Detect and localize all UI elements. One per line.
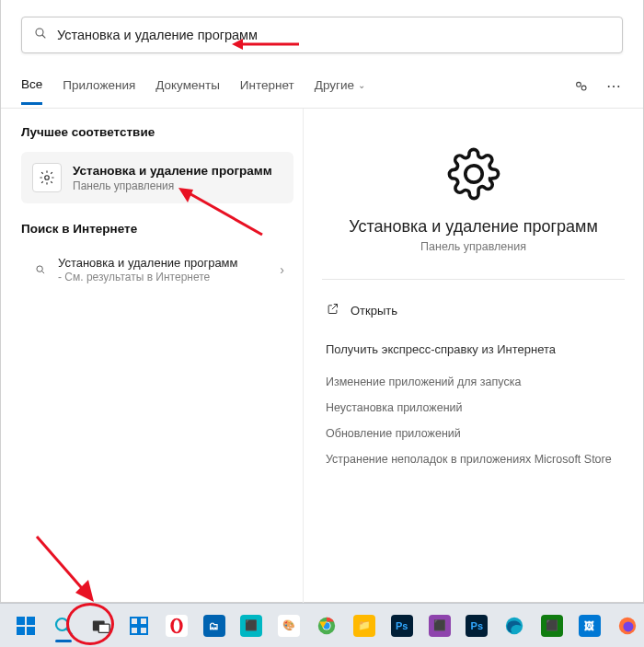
start-button[interactable] xyxy=(9,607,43,644)
chevron-right-icon: › xyxy=(280,262,284,277)
web-search-header: Поиск в Интернете xyxy=(21,222,293,236)
taskbar-app-opera[interactable] xyxy=(159,607,193,644)
detail-title: Установка и удаление программ xyxy=(326,217,621,237)
gear-icon xyxy=(32,163,62,192)
task-view-button[interactable] xyxy=(85,607,119,644)
svg-point-32 xyxy=(623,621,633,631)
tab-all[interactable]: Все xyxy=(21,77,42,105)
detail-pane: Установка и удаление программ Панель упр… xyxy=(303,109,643,609)
more-icon[interactable]: ⋯ xyxy=(606,78,623,95)
svg-rect-23 xyxy=(131,627,138,634)
help-header: Получить экспресс-справку из Интернета xyxy=(326,342,621,356)
taskbar-app[interactable]: ⬛ xyxy=(235,607,269,644)
search-icon xyxy=(33,26,48,44)
tab-more[interactable]: Другие ⌄ xyxy=(315,78,365,103)
svg-point-3 xyxy=(581,86,586,90)
best-match-header: Лучшее соответствие xyxy=(21,125,293,139)
open-external-icon xyxy=(326,302,339,318)
svg-rect-16 xyxy=(27,627,35,635)
open-label: Открыть xyxy=(351,304,397,318)
svg-rect-24 xyxy=(140,627,147,634)
taskbar-app-firefox[interactable] xyxy=(610,607,644,644)
search-box[interactable] xyxy=(21,17,623,53)
taskbar-app-chrome[interactable] xyxy=(310,607,344,644)
tabs-row: Все Приложения Документы Интернет Другие… xyxy=(1,61,643,109)
taskbar: 🗂 ⬛ 🎨 📁 Ps ⬛ Ps ⬛ 🖼 xyxy=(0,603,644,647)
web-result-item[interactable]: Установка и удаление программ - См. резу… xyxy=(21,248,293,291)
web-result-subtitle: - См. результаты в Интернете xyxy=(58,271,280,283)
chevron-down-icon: ⌄ xyxy=(358,80,365,90)
best-match-subtitle: Панель управления xyxy=(73,179,272,192)
open-action[interactable]: Открыть xyxy=(326,296,621,324)
options-icon[interactable] xyxy=(573,78,590,95)
svg-rect-13 xyxy=(17,617,25,625)
divider xyxy=(322,279,625,280)
svg-point-0 xyxy=(36,29,43,36)
svg-rect-20 xyxy=(98,624,109,632)
gear-icon xyxy=(326,147,621,201)
taskbar-app-photoshop[interactable]: Ps xyxy=(460,607,494,644)
svg-line-1 xyxy=(42,35,45,38)
svg-point-4 xyxy=(45,176,50,180)
taskbar-app-edge[interactable] xyxy=(498,607,532,644)
taskbar-app[interactable]: 🗂 xyxy=(197,607,231,644)
search-icon xyxy=(30,263,51,276)
svg-line-6 xyxy=(41,271,44,273)
tab-web[interactable]: Интернет xyxy=(240,78,294,103)
help-link[interactable]: Обновление приложений xyxy=(326,421,621,446)
taskbar-app-paint[interactable]: 🎨 xyxy=(272,607,306,644)
detail-subtitle: Панель управления xyxy=(326,240,621,253)
taskbar-app-photoshop[interactable]: Ps xyxy=(385,607,419,644)
svg-line-18 xyxy=(67,629,73,634)
taskbar-app[interactable]: 🖼 xyxy=(572,607,606,644)
widgets-button[interactable] xyxy=(121,607,155,644)
svg-rect-14 xyxy=(27,617,35,625)
search-input[interactable] xyxy=(57,28,611,42)
search-panel: Все Приложения Документы Интернет Другие… xyxy=(0,0,644,603)
svg-point-5 xyxy=(37,266,42,272)
svg-rect-15 xyxy=(17,627,25,635)
taskbar-app[interactable]: ⬛ xyxy=(422,607,456,644)
taskbar-app[interactable]: ⬛ xyxy=(535,607,569,644)
svg-point-2 xyxy=(577,82,581,87)
best-match-item[interactable]: Установка и удаление программ Панель упр… xyxy=(21,152,293,203)
svg-point-26 xyxy=(173,619,179,631)
help-link[interactable]: Неустановка приложений xyxy=(326,395,621,421)
svg-rect-22 xyxy=(140,618,147,625)
web-result-title: Установка и удаление программ xyxy=(58,256,280,270)
tab-docs[interactable]: Документы xyxy=(155,78,220,103)
results-pane: Лучшее соответствие Установка и удаление… xyxy=(1,109,303,609)
help-link[interactable]: Изменение приложений для запуска xyxy=(326,369,621,395)
svg-rect-21 xyxy=(131,618,138,625)
best-match-title: Установка и удаление программ xyxy=(73,164,272,178)
search-button[interactable] xyxy=(47,607,81,644)
help-link[interactable]: Устранение неполадок в приложениях Micro… xyxy=(326,446,621,472)
taskbar-app-explorer[interactable]: 📁 xyxy=(347,607,381,644)
tab-apps[interactable]: Приложения xyxy=(63,78,135,103)
